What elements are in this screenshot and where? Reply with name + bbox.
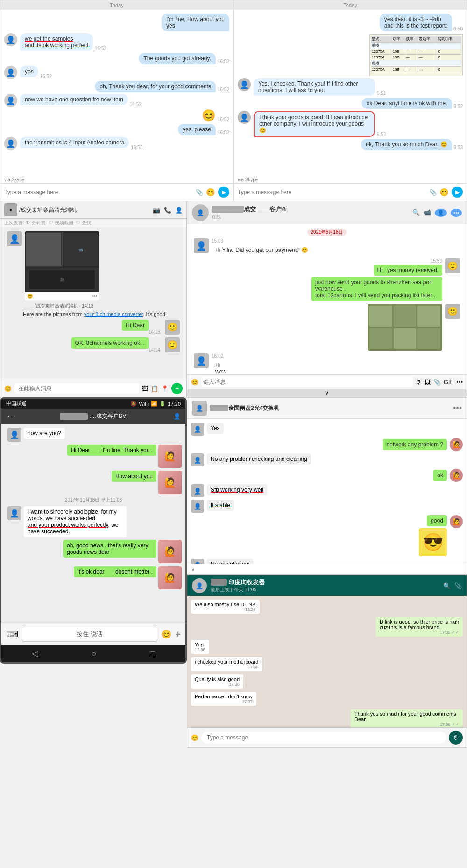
message-row: 👤 now we have one question fro new item … bbox=[4, 94, 229, 107]
timestamp: 14:13 bbox=[149, 330, 160, 335]
chat-input-area[interactable]: 📎 😊 ▶ bbox=[234, 183, 467, 201]
message-row: Hi Dear 14:13 🙂 bbox=[4, 320, 183, 335]
attachment-icon[interactable]: 📎 bbox=[429, 189, 437, 196]
wa-search-icon[interactable]: 🔍 bbox=[443, 582, 451, 589]
message-row: 🙂 bbox=[191, 304, 463, 351]
signal-icon: 📶 bbox=[151, 401, 157, 407]
avatar: 👤 bbox=[4, 94, 17, 107]
wa-bubble: i checked your motherboard17:36 bbox=[191, 657, 262, 671]
phone-icon[interactable]: 📞 bbox=[164, 207, 171, 214]
contact-name: XXXXXXXX成交____客户® bbox=[212, 205, 286, 214]
camera-image: 📹 🎥 bbox=[25, 231, 99, 292]
bubble: it's ok dear . dosent metter . bbox=[74, 566, 156, 577]
search-icon[interactable]: 🔍 bbox=[412, 209, 420, 217]
wechat-body: 👤 📹 🎥 😊 bbox=[0, 228, 186, 380]
underlined-sfp: Sfp working very well bbox=[211, 487, 263, 493]
wechat-header: ▪ /成交束埔寨高清光端机 📷 📞 👤 bbox=[0, 201, 186, 219]
blurred-name: XXXXXXXX bbox=[212, 206, 244, 213]
wa-message-row: Quality is also good17:36 bbox=[191, 674, 463, 690]
location-icon[interactable]: 📍 bbox=[161, 385, 169, 392]
chat-input[interactable] bbox=[238, 189, 429, 195]
send-button[interactable]: ▶ bbox=[218, 187, 229, 198]
menu-icon[interactable]: 👤 bbox=[175, 207, 183, 214]
caption-text: Here are the pictures from your 8 ch med… bbox=[23, 311, 183, 317]
emoji-footer-icon[interactable]: 😊 bbox=[191, 379, 198, 386]
wa-body: We also mostly use DLINK15:25 D link is … bbox=[187, 596, 467, 727]
right-chat-input[interactable] bbox=[201, 377, 413, 387]
bubble: ok Dear. anyt time is ok with me. bbox=[362, 98, 452, 109]
timestamp: 16:52 bbox=[95, 46, 106, 51]
timestamp: 16:52 bbox=[40, 74, 52, 79]
attachment-icon2[interactable]: 📎 bbox=[433, 379, 441, 386]
avatar: 👤 bbox=[191, 484, 204, 497]
home-nav-btn[interactable]: ○ bbox=[92, 649, 97, 659]
image-icon2[interactable]: 🖼 bbox=[425, 379, 431, 386]
image-icon[interactable]: 🖼 bbox=[142, 385, 148, 392]
chat-title: ....成交客户DVI bbox=[90, 412, 127, 420]
mobile-phone: 中国联通 🔕 WiFi 📶 🔋 17:20 ← XXXXX ....成交客户DV… bbox=[0, 397, 187, 664]
right-footer[interactable]: 😊 🎙 🖼 📎 GIF ••• bbox=[187, 374, 467, 389]
more-icon[interactable]: ••• bbox=[456, 379, 463, 386]
wa-attach-icon[interactable]: 📎 bbox=[454, 582, 462, 589]
blurred-title: XXXXX bbox=[210, 405, 228, 411]
wechat-footer[interactable]: 😊 🖼 📋 📍 + bbox=[0, 380, 186, 397]
profile-icon[interactable]: 👤 bbox=[435, 209, 447, 217]
back-nav-btn[interactable]: ◁ bbox=[32, 648, 38, 659]
emoji-icon[interactable]: 😊 bbox=[4, 385, 12, 392]
wa-emoji-icon[interactable]: 😊 bbox=[191, 734, 198, 741]
product-footer[interactable]: ∨ bbox=[187, 564, 467, 574]
top-left-chat: Today I'm fine, How about youyes 👤 we ge… bbox=[0, 0, 234, 201]
message-row: it's ok dear . dosent metter . 🙋 bbox=[5, 566, 182, 589]
top-right-body: yes,dear. it is -3 ~ -9dband this is the… bbox=[234, 10, 467, 176]
date-label: 2021年5月18日 bbox=[307, 229, 347, 236]
bubble: just now send your goods to shenzhen sea… bbox=[311, 277, 442, 301]
underlined-it-stable: It stable bbox=[211, 502, 230, 509]
hold-to-talk-btn[interactable]: 按住 说话 bbox=[22, 627, 157, 642]
emoji-button[interactable]: 😊 bbox=[161, 629, 171, 639]
chat-input-area[interactable]: 📎 😊 ▶ bbox=[0, 183, 233, 201]
timestamp: 16:52 bbox=[218, 130, 229, 135]
gif-icon[interactable]: GIF bbox=[444, 379, 454, 386]
video-icon[interactable]: 📷 bbox=[153, 207, 160, 214]
bubble: No any problem checking and cleaning bbox=[207, 453, 311, 465]
bubble: now we have one question fro new item bbox=[20, 94, 128, 105]
android-nav[interactable]: ◁ ○ □ bbox=[1, 645, 185, 662]
message-row: 👤 I want to sincerely apologize, for my … bbox=[5, 506, 182, 537]
wa-message-row: Performance i don't know17:37 bbox=[191, 692, 463, 708]
profile-button[interactable]: 👤 bbox=[173, 413, 181, 420]
more-button[interactable]: ••• bbox=[453, 403, 462, 413]
record-icon[interactable]: 🎙 bbox=[416, 379, 422, 386]
chat-input[interactable] bbox=[4, 189, 196, 195]
emoji-icon[interactable]: 😊 bbox=[206, 188, 215, 197]
send-button[interactable]: ▶ bbox=[452, 187, 463, 198]
add-button[interactable]: + bbox=[171, 383, 183, 394]
bubble: oh, good news . that's really very goods… bbox=[63, 540, 156, 558]
wa-mic-icon[interactable]: 🎙 bbox=[449, 731, 463, 745]
more-options-icon[interactable]: ••• bbox=[451, 209, 462, 217]
attachment-icon[interactable]: 📎 bbox=[196, 189, 203, 196]
wa-input[interactable] bbox=[201, 732, 446, 744]
down-scroll-btn[interactable]: ∨ bbox=[191, 566, 195, 573]
nav-bar[interactable]: ← XXXXX ....成交客户DVI 👤 bbox=[1, 409, 185, 424]
right-msg-group: good 😎 bbox=[419, 515, 447, 556]
recents-nav-btn[interactable]: □ bbox=[150, 649, 155, 659]
keyboard-icon[interactable]: ⌨ bbox=[6, 629, 18, 639]
bubble: The goods you got already. bbox=[139, 53, 216, 64]
avatar-right: 🙋 bbox=[450, 438, 463, 451]
video-call-icon[interactable]: 📹 bbox=[424, 209, 431, 217]
wechat-input[interactable] bbox=[14, 383, 139, 394]
message-row: 👤 Sfp working very well bbox=[191, 484, 463, 497]
mobile-footer[interactable]: ⌨ 按住 说话 😊 + bbox=[1, 624, 185, 645]
back-button[interactable]: ← bbox=[6, 411, 14, 421]
scroll-area: ∨ bbox=[187, 389, 467, 397]
wa-footer[interactable]: 😊 🎙 bbox=[187, 727, 467, 747]
message-row: yes, please 16:52 bbox=[4, 124, 229, 135]
plus-button[interactable]: + bbox=[175, 629, 181, 640]
avatar-photo: 🙋 bbox=[158, 445, 182, 468]
timestamp: 16:53 bbox=[131, 145, 142, 150]
bubble: Hiwowcrazyso much 😊 bbox=[212, 359, 249, 374]
avatar: 👤 bbox=[191, 559, 204, 564]
file-icon[interactable]: 📋 bbox=[151, 385, 158, 392]
scroll-down-btn[interactable]: ∨ bbox=[187, 389, 467, 397]
emoji-icon[interactable]: 😊 bbox=[439, 188, 449, 197]
